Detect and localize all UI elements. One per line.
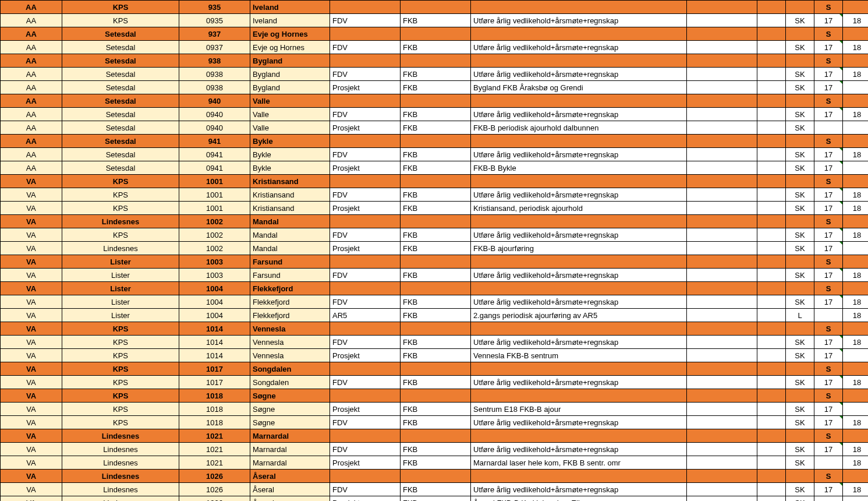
cell: S — [814, 27, 843, 41]
cell: FDV — [330, 188, 401, 202]
cell: Søgne — [250, 416, 330, 429]
cell: VA — [1, 429, 62, 443]
cell: AA — [1, 54, 62, 68]
cell — [330, 175, 401, 188]
cell: Bygland FKB Åraksbø og Grendi — [471, 81, 687, 94]
cell — [843, 429, 869, 443]
cell: 1014 — [179, 349, 250, 362]
cell — [401, 54, 471, 68]
cell: Bykle — [250, 135, 330, 148]
cell — [687, 362, 757, 376]
table-row: AASetesdal0938ByglandProsjektFKBBygland … — [1, 81, 869, 94]
cell: Iveland — [250, 1, 330, 14]
cell — [786, 429, 814, 443]
cell: 18 — [843, 295, 869, 309]
cell: Prosjekt — [330, 496, 401, 502]
cell: VA — [1, 188, 62, 202]
cell — [843, 255, 869, 269]
cell: FDV — [330, 336, 401, 349]
cell: 17 — [814, 228, 843, 242]
group-header-row: VALindesnes1002MandalSSS — [1, 215, 869, 228]
cell: 937 — [179, 27, 250, 41]
cell: Marnardal — [250, 429, 330, 443]
cell — [786, 389, 814, 403]
cell: FKB — [401, 496, 471, 502]
cell: FDV — [330, 41, 401, 54]
cell — [687, 336, 757, 349]
cell: Valle — [250, 108, 330, 121]
cell — [330, 322, 401, 336]
cell — [843, 322, 869, 336]
cell — [687, 148, 757, 161]
cell — [687, 228, 757, 242]
cell — [687, 416, 757, 429]
cell — [843, 27, 869, 41]
cell — [471, 389, 687, 403]
cell — [814, 456, 843, 470]
cell: FDV — [330, 295, 401, 309]
cell: Åseral — [250, 496, 330, 502]
cell: 1002 — [179, 215, 250, 228]
cell — [687, 121, 757, 135]
cell — [330, 135, 401, 148]
cell: KPS — [62, 1, 179, 14]
cell: 18 — [843, 41, 869, 54]
cell — [401, 429, 471, 443]
cell — [687, 94, 757, 108]
cell: SK — [786, 121, 814, 135]
cell: 1004 — [179, 309, 250, 322]
cell: FKB — [401, 269, 471, 282]
cell: 17 — [814, 161, 843, 175]
cell — [401, 470, 471, 483]
cell: FDV — [330, 148, 401, 161]
cell — [687, 242, 757, 255]
table-row: VAKPS1001KristiansandProsjektFKBKristian… — [1, 202, 869, 215]
cell: 17 — [814, 202, 843, 215]
cell — [843, 135, 869, 148]
cell — [401, 135, 471, 148]
cell — [843, 403, 869, 416]
cell — [843, 81, 869, 94]
group-header-row: VAKPS1017SongdalenSSS — [1, 362, 869, 376]
cell — [843, 242, 869, 255]
cell: SK — [786, 496, 814, 502]
table-row: VAKPS1002MandalFDVFKBUtføre årlig vedlik… — [1, 228, 869, 242]
cell: Utføre årlig vedlikehold+årsmøte+regnska… — [471, 148, 687, 161]
cell: VA — [1, 228, 62, 242]
cell: KPS — [62, 175, 179, 188]
cell: 17 — [814, 242, 843, 255]
table-row: VAKPS1017SongdalenFDVFKBUtføre årlig ved… — [1, 376, 869, 389]
cell: Marnardal laser hele kom, FKB B sentr. o… — [471, 456, 687, 470]
cell — [757, 362, 786, 376]
cell — [471, 94, 687, 108]
cell: FKB — [401, 376, 471, 389]
cell — [843, 1, 869, 14]
cell: 17 — [814, 41, 843, 54]
cell: SK — [786, 161, 814, 175]
table-row: VALindesnes1026ÅseralProsjektFKBÅseral F… — [1, 496, 869, 502]
cell: SK — [786, 403, 814, 416]
cell — [757, 322, 786, 336]
cell: VA — [1, 403, 62, 416]
cell — [786, 322, 814, 336]
cell: S — [814, 135, 843, 148]
cell: FDV — [330, 14, 401, 27]
cell — [401, 362, 471, 376]
cell: SK — [786, 443, 814, 456]
cell — [757, 496, 786, 502]
cell — [330, 282, 401, 295]
cell — [401, 1, 471, 14]
cell: 0937 — [179, 41, 250, 54]
cell: SK — [786, 269, 814, 282]
cell: FKB-B ajourføring — [471, 242, 687, 255]
cell: Prosjekt — [330, 242, 401, 255]
cell: 18 — [843, 228, 869, 242]
cell: Utføre årlig vedlikehold+årsmøte+regnska… — [471, 14, 687, 27]
cell: Setesdal — [62, 108, 179, 121]
cell: VA — [1, 175, 62, 188]
cell — [843, 175, 869, 188]
cell: FKB — [401, 228, 471, 242]
cell: FKB — [401, 202, 471, 215]
cell: 18 — [843, 269, 869, 282]
cell: 18 — [843, 456, 869, 470]
